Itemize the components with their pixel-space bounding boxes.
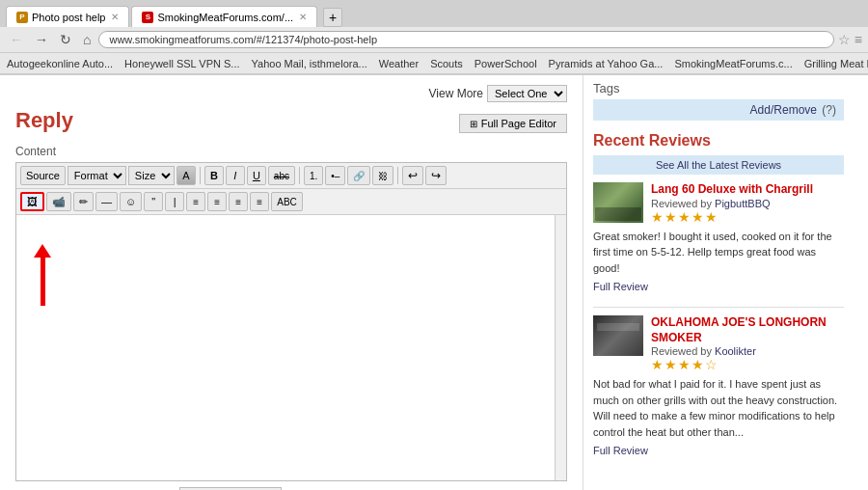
tab-2[interactable]: S SmokingMeatForums.com/... ✕: [131, 6, 317, 27]
tab-1[interactable]: P Photo post help ✕: [6, 6, 129, 27]
tags-add-label: Add/Remove: [750, 103, 817, 117]
bookmark-pyramids[interactable]: Pyramids at Yahoo Ga...: [546, 58, 666, 69]
bookmark-scouts[interactable]: Scouts: [427, 58, 466, 69]
bookmark-weather[interactable]: Weather: [376, 58, 421, 69]
toolbar-sep-1: [200, 167, 201, 184]
review-item-2: OKLAHOMA JOE'S LONGHORN SMOKER Reviewed …: [593, 315, 844, 457]
star-icon[interactable]: ☆: [838, 32, 851, 47]
toolbar-sep-2: [299, 167, 300, 184]
tab-close-1[interactable]: ✕: [111, 12, 119, 22]
align-right-button[interactable]: ≡: [229, 192, 248, 211]
nav-icons: ☆ ≡: [838, 32, 862, 47]
toolbar-row-2: 🖼 📹 ✏ — ☺ " | ≡ ≡ ≡ ≡ ABC: [16, 189, 566, 215]
strikethrough-button[interactable]: abc: [268, 166, 295, 185]
tags-help-icon: (?): [822, 103, 836, 117]
arrow-head-up: [34, 244, 51, 258]
insert-image-button[interactable]: 🖼: [20, 192, 44, 211]
link-button[interactable]: 🔗: [347, 166, 370, 185]
see-all-reviews-button[interactable]: See All the Latest Reviews: [593, 155, 844, 175]
hr-button[interactable]: —: [95, 192, 118, 211]
bookmark-grilling[interactable]: Grilling Meat Forums: [801, 58, 868, 69]
review-2-header: OKLAHOMA JOE'S LONGHORN SMOKER Reviewed …: [593, 315, 844, 372]
tab-bar: P Photo post help ✕ S SmokingMeatForums.…: [0, 0, 868, 27]
reply-header: Reply ⊞ Full Page Editor: [15, 108, 567, 139]
view-more-bar: View More Select One: [15, 85, 567, 102]
tab-label-1: Photo post help: [32, 12, 105, 23]
review-2-reviewer-link[interactable]: Koolikter: [715, 345, 756, 357]
review-1-reviewer: Reviewed by PigbuttBBQ: [651, 198, 844, 209]
review-2-stars: ★★★★☆: [651, 357, 844, 372]
review-2-full-link[interactable]: Full Review: [593, 445, 648, 456]
review-1-text: Great smoker! I bought it used, cooked o…: [593, 229, 844, 277]
bookmark-autogeekonline[interactable]: Autogeekonline Auto...: [4, 58, 116, 69]
review-1-full-link[interactable]: Full Review: [593, 281, 648, 292]
draw-button[interactable]: ✏: [73, 192, 94, 211]
toolbar-sep-3: [397, 167, 398, 184]
review-1-thumbnail: [593, 182, 643, 223]
unordered-list-button[interactable]: •–: [325, 166, 345, 185]
insert-media-button[interactable]: 📹: [46, 192, 71, 211]
editor-body[interactable]: [16, 215, 566, 480]
tab-close-2[interactable]: ✕: [299, 12, 307, 22]
bookmark-smokingmeat[interactable]: SmokingMeatForums.c...: [671, 58, 795, 69]
arrow-shaft: [41, 258, 45, 306]
bold-button[interactable]: B: [204, 166, 224, 185]
browser-chrome: P Photo post help ✕ S SmokingMeatForums.…: [0, 0, 868, 75]
review-2-reviewer: Reviewed by Koolikter: [651, 345, 844, 357]
review-2-name[interactable]: OKLAHOMA JOE'S LONGHORN SMOKER: [651, 315, 844, 345]
recent-reviews-title: Recent Reviews: [593, 132, 844, 150]
editor-scrollbar[interactable]: [555, 215, 566, 480]
redo-button[interactable]: ↪: [425, 166, 447, 185]
align-left-button[interactable]: ≡: [186, 192, 205, 211]
toolbar-row-1: Source Format Size A B I U abc 1. •– 🔗 ⛓: [16, 163, 566, 189]
full-page-icon: ⊞: [470, 119, 477, 129]
review-1-name[interactable]: Lang 60 Deluxe with Chargrill: [651, 182, 844, 198]
unlink-button[interactable]: ⛓: [372, 166, 393, 185]
home-button[interactable]: ⌂: [79, 30, 95, 49]
tags-box: Add/Remove (?): [593, 99, 844, 121]
format-select[interactable]: Format: [68, 166, 126, 185]
view-more-select[interactable]: Select One: [487, 85, 567, 102]
tags-add-remove[interactable]: Add/Remove (?): [750, 103, 836, 117]
tags-header: Tags: [593, 81, 844, 95]
notification-bar: Get notified when others reply? Don't Su…: [15, 481, 567, 490]
page-container: View More Select One Reply ⊞ Full Page E…: [0, 75, 868, 490]
main-content: View More Select One Reply ⊞ Full Page E…: [0, 75, 583, 490]
content-label: Content: [15, 145, 567, 158]
review-2-text: Not bad for what I paid for it. I have s…: [593, 376, 844, 440]
emoticon-button[interactable]: ☺: [120, 192, 142, 211]
new-tab-button[interactable]: +: [323, 8, 342, 27]
align-center-button[interactable]: ≡: [207, 192, 227, 211]
recent-reviews-section: Recent Reviews See All the Latest Review…: [593, 132, 844, 457]
sidebar: Tags Add/Remove (?) Recent Reviews See A…: [583, 75, 854, 490]
back-button[interactable]: ←: [6, 30, 27, 49]
ordered-list-button[interactable]: 1.: [304, 166, 323, 185]
bookmark-powerschool[interactable]: PowerSchool: [472, 58, 540, 69]
review-1-header: Lang 60 Deluxe with Chargrill Reviewed b…: [593, 182, 844, 225]
refresh-button[interactable]: ↻: [56, 30, 75, 49]
bookmark-yahoomail[interactable]: Yahoo Mail, isthmelora...: [249, 58, 370, 69]
spellcheck-button[interactable]: ABC: [271, 192, 303, 211]
bookmark-honeywell[interactable]: Honeywell SSL VPN S...: [122, 58, 242, 69]
tab-favicon-1: P: [16, 12, 28, 23]
size-select[interactable]: Size: [128, 166, 175, 185]
editor-container: Source Format Size A B I U abc 1. •– 🔗 ⛓: [15, 162, 567, 481]
italic-button[interactable]: I: [226, 166, 245, 185]
tab-favicon-2: S: [142, 12, 153, 23]
menu-icon[interactable]: ≡: [854, 32, 862, 47]
forward-button[interactable]: →: [31, 30, 52, 49]
full-page-editor-label: Full Page Editor: [481, 118, 556, 129]
blockquote-button[interactable]: ": [144, 192, 163, 211]
address-bar[interactable]: [98, 31, 833, 48]
full-page-editor-button[interactable]: ⊞ Full Page Editor: [459, 114, 567, 133]
text-color-button[interactable]: A: [176, 166, 196, 185]
underline-button[interactable]: U: [247, 166, 266, 185]
review-1-reviewer-link[interactable]: PigbuttBBQ: [715, 198, 770, 209]
bookmarks-bar: Autogeekonline Auto... Honeywell SSL VPN…: [0, 53, 868, 74]
undo-button[interactable]: ↩: [402, 166, 423, 185]
tags-section: Tags Add/Remove (?): [593, 81, 844, 121]
divider-button[interactable]: |: [165, 192, 184, 211]
align-justify-button[interactable]: ≡: [250, 192, 269, 211]
source-button[interactable]: Source: [20, 166, 66, 185]
review-1-info: Lang 60 Deluxe with Chargrill Reviewed b…: [651, 182, 844, 225]
